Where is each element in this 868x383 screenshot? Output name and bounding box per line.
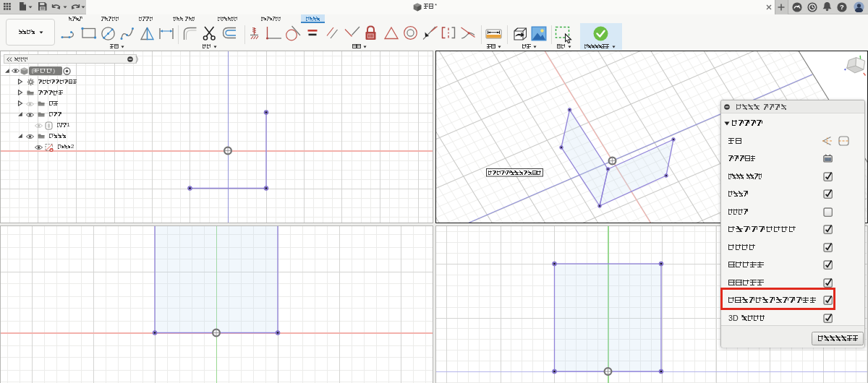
svg-text:?: ? bbox=[840, 3, 844, 11]
